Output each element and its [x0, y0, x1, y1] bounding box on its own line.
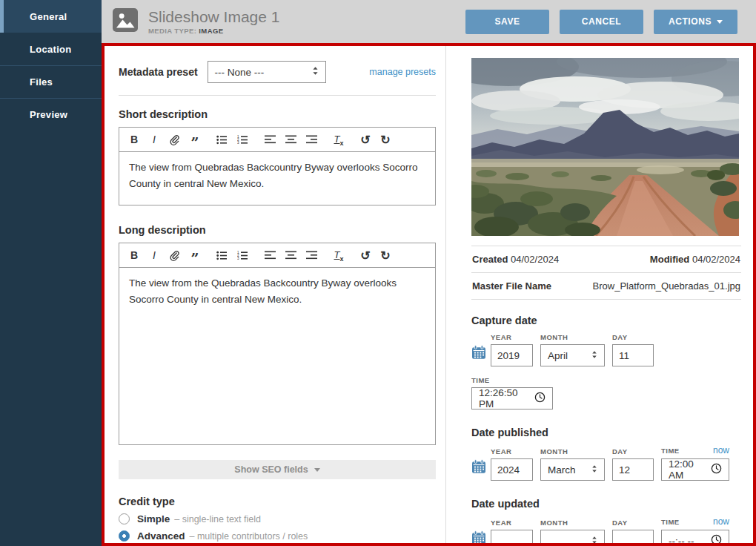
credit-type-simple-option[interactable]: Simple – single-line text field	[119, 513, 436, 524]
blockquote-icon[interactable]: ”	[190, 249, 200, 262]
page-title: Slideshow Image 1	[148, 8, 465, 25]
year-label: YEAR	[491, 333, 533, 341]
bullet-list-icon[interactable]	[216, 249, 228, 262]
calendar-icon[interactable]	[471, 345, 486, 363]
select-arrows-icon	[591, 464, 597, 476]
now-link[interactable]: now	[713, 445, 729, 455]
updated-time-input[interactable]: --:-- --	[661, 530, 729, 546]
topbar: Slideshow Image 1 MEDIA TYPE: IMAGE SAVE…	[102, 0, 756, 43]
radio-button[interactable]	[119, 530, 130, 542]
numbered-list-icon[interactable]: 123	[237, 133, 248, 146]
title-block: Slideshow Image 1 MEDIA TYPE: IMAGE	[148, 8, 465, 35]
sidebar-item-general[interactable]: General	[0, 0, 102, 33]
media-type-value: IMAGE	[199, 27, 223, 35]
month-field: MONTH	[540, 519, 605, 546]
align-left-icon[interactable]	[265, 133, 276, 146]
numbered-list-icon[interactable]: 123	[237, 249, 248, 262]
bullet-list-icon[interactable]	[216, 133, 228, 146]
metadata-preset-select[interactable]: --- None ---	[208, 61, 326, 83]
italic-icon[interactable]: I	[149, 249, 159, 262]
published-day-input[interactable]	[612, 458, 654, 481]
published-month-value: March	[548, 464, 576, 476]
clear-formatting-icon[interactable]: Tx	[334, 249, 344, 262]
media-edit-window: General Location Files Preview Slideshow…	[0, 0, 756, 546]
media-image-icon	[113, 8, 138, 35]
published-time-input[interactable]: 12:00 AM	[661, 458, 729, 481]
year-field: YEAR	[491, 519, 533, 546]
day-label: DAY	[612, 333, 654, 341]
redo-icon[interactable]: ↻	[380, 249, 391, 262]
radio-button[interactable]	[119, 513, 130, 524]
sidebar-item-location[interactable]: Location	[0, 33, 102, 65]
capture-date-fields: YEAR MONTH April DAY	[471, 333, 741, 366]
align-right-icon[interactable]	[306, 249, 317, 262]
long-description-input[interactable]: The view from the Quebradas Backcountry …	[119, 268, 435, 444]
link-icon[interactable]	[169, 249, 180, 262]
undo-icon[interactable]: ↺	[360, 249, 371, 262]
calendar-icon[interactable]	[471, 530, 486, 546]
save-button[interactable]: SAVE	[465, 10, 549, 34]
capture-time-field: TIME 12:26:50 PM	[471, 376, 741, 410]
clear-formatting-icon[interactable]: Tx	[334, 133, 344, 146]
now-link[interactable]: now	[713, 516, 729, 527]
select-arrows-icon	[312, 66, 319, 78]
blockquote-icon[interactable]: ”	[190, 133, 200, 146]
capture-time-input[interactable]: 12:26:50 PM	[471, 387, 553, 410]
capture-year-input[interactable]	[491, 344, 533, 366]
radio-label: Simple	[137, 513, 170, 524]
capture-month-select[interactable]: April	[540, 344, 605, 366]
align-right-icon[interactable]	[306, 133, 317, 146]
capture-day-input[interactable]	[612, 344, 654, 366]
metadata-preset-label: Metadata preset	[119, 66, 198, 78]
credit-type-advanced-option[interactable]: Advanced – multiple contributors / roles	[119, 530, 436, 542]
italic-icon[interactable]: I	[149, 133, 159, 146]
published-year-input[interactable]	[491, 458, 533, 481]
short-description-editor: BI”123Tx↺↻ The view from Quebradas Backc…	[119, 127, 436, 205]
date-updated-fields: YEAR MONTH DAY	[471, 516, 741, 546]
svg-text:3: 3	[237, 141, 239, 145]
updated-year-input[interactable]	[491, 530, 533, 546]
undo-icon[interactable]: ↺	[360, 133, 371, 146]
updated-month-select[interactable]	[540, 530, 605, 546]
metadata-form: Metadata preset --- None --- manage pres…	[105, 46, 446, 543]
month-field: MONTH April	[540, 333, 605, 366]
manage-presets-link[interactable]: manage presets	[369, 67, 436, 77]
updated-day-input[interactable]	[612, 530, 654, 546]
sidebar-item-label: Location	[30, 44, 72, 55]
day-field: DAY	[612, 519, 654, 546]
day-field: DAY	[612, 333, 654, 366]
bold-icon[interactable]: B	[129, 249, 139, 262]
clock-icon	[534, 392, 546, 405]
bold-icon[interactable]: B	[129, 133, 139, 146]
redo-icon[interactable]: ↻	[380, 133, 391, 146]
image-preview	[471, 58, 739, 236]
align-left-icon[interactable]	[265, 249, 276, 262]
time-field: TIMEnow --:-- --	[661, 516, 729, 546]
short-description-input[interactable]: The view from Quebradas Backcountry Bywa…	[119, 152, 435, 205]
radio-hint: – multiple contributors / roles	[190, 531, 308, 542]
time-label: TIME	[471, 376, 741, 384]
content-panel: Metadata preset --- None --- manage pres…	[102, 43, 756, 546]
clock-icon	[711, 534, 722, 546]
link-icon[interactable]	[169, 133, 180, 146]
actions-button[interactable]: ACTIONS	[654, 10, 737, 34]
radio-label: Advanced	[137, 530, 185, 542]
calendar-icon[interactable]	[471, 459, 486, 477]
master-file-label: Master File Name	[472, 280, 551, 292]
published-month-select[interactable]: March	[540, 458, 605, 481]
chevron-down-icon	[314, 468, 320, 472]
topbar-buttons: SAVE CANCEL ACTIONS	[465, 10, 737, 34]
credit-type-label: Credit type	[119, 496, 436, 507]
show-seo-fields-button[interactable]: Show SEO fields	[119, 460, 436, 479]
align-center-icon[interactable]	[285, 133, 296, 146]
sidebar-item-files[interactable]: Files	[0, 65, 102, 98]
sidebar-item-preview[interactable]: Preview	[0, 98, 102, 131]
image-details-panel: Created 04/02/2024 Modified 04/02/2024 M…	[446, 46, 741, 543]
sidebar: General Location Files Preview	[0, 0, 102, 546]
time-field: TIMEnow 12:00 AM	[661, 445, 729, 481]
align-center-icon[interactable]	[285, 249, 296, 262]
long-description-editor: BI”123Tx↺↻ The view from the Quebradas B…	[119, 243, 436, 445]
cancel-button[interactable]: CANCEL	[560, 10, 643, 34]
date-published-fields: YEAR MONTH March DAY	[471, 445, 741, 481]
month-label: MONTH	[540, 333, 605, 341]
